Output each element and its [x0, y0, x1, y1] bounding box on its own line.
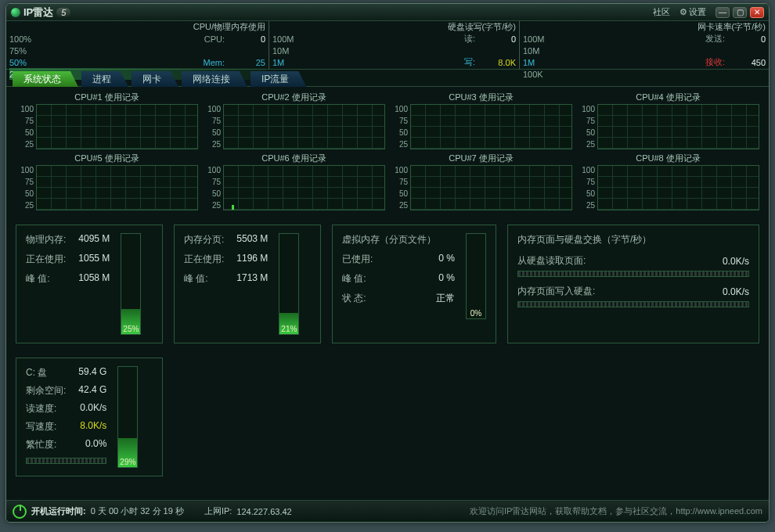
tab-net-connections[interactable]: 网络连接: [182, 71, 247, 87]
kv-value: 1055 M: [78, 253, 110, 266]
metric-cpu-mem: CPU/物理内存使用 100%CPU:0 75% 50%Mem:25 25%: [6, 21, 269, 69]
kv-value: 正常: [416, 292, 455, 305]
cpu-chart-title: CPU#2 使用记录: [203, 92, 385, 104]
kv-key: 读速度:: [26, 402, 66, 415]
kv-key: 峰 值:: [26, 272, 66, 286]
kv-key: 内存分页:: [184, 233, 224, 246]
cpu-chart-title: CPU#7 使用记录: [390, 153, 572, 165]
uptime-label: 开机运行时间:: [31, 505, 86, 517]
cpu-chart-title: CPU#1 使用记录: [16, 92, 198, 104]
cpu-yaxis: 100755025: [390, 165, 410, 210]
kv-value: 1713 M: [236, 272, 268, 286]
cpu-yaxis: 100755025: [203, 104, 223, 149]
ip-value: 124.227.63.42: [236, 507, 291, 516]
metric-nic: 网卡速率(字节/秒) 100M发送:0 10M 1M接收:450 100K: [520, 21, 769, 69]
cpu-chart-title: CPU#8 使用记录: [577, 153, 759, 165]
mini-progress: [26, 458, 106, 464]
kv-value: 0.0K/s: [723, 256, 749, 267]
metric-header: CPU/物理内存使用: [193, 21, 265, 33]
bar-pct: 25%: [121, 325, 140, 333]
cpu-chart-6: CPU#6 使用记录100755025: [203, 153, 385, 210]
app-version: 5: [56, 8, 70, 17]
kv-key: 繁忙度:: [26, 438, 66, 451]
close-button[interactable]: ✕: [750, 7, 764, 18]
statusbar: 开机运行时间: 0 天 00 小时 32 分 19 秒 上网IP: 124.22…: [6, 500, 769, 522]
cpu-plot: [410, 104, 572, 149]
cpu-chart-4: CPU#4 使用记录100755025: [577, 92, 759, 149]
metric-header: 硬盘读写(字节/秒): [448, 21, 516, 33]
cpu-chart-title: CPU#4 使用记录: [577, 92, 759, 104]
tab-system-status[interactable]: 系统状态: [13, 71, 78, 87]
kv-key: 已使用:: [342, 253, 394, 266]
titlebar: IP雷达 5 社区 ⚙设置 — ▢ ✕: [6, 4, 769, 21]
panel-page-swap: 内存页面与硬盘交换（字节/秒） 从硬盘读取页面:0.0K/s内存页面写入硬盘:0…: [507, 225, 759, 343]
cpu-plot: [36, 165, 198, 210]
kv-key: 物理内存:: [26, 233, 66, 246]
cpu-yaxis: 100755025: [203, 165, 223, 210]
tab-process[interactable]: 进程: [81, 71, 128, 87]
cpu-plot: [36, 104, 198, 149]
kv-value: 4095 M: [78, 233, 110, 246]
cpu-yaxis: 100755025: [16, 104, 36, 149]
bar-disk-c: 29%: [117, 366, 138, 468]
cpu-plot: [597, 104, 759, 149]
kv-key: 峰 值:: [184, 272, 224, 286]
kv-value: 0.0%: [78, 438, 106, 451]
cpu-plot: [223, 104, 385, 149]
kv-key: 正在使用:: [184, 253, 224, 266]
panel-virtual-memory: 虚拟内存（分页文件） 已使用:0 %峰 值:0 %状 态:正常 0%: [332, 225, 496, 343]
mini-progress: [517, 301, 749, 307]
panel-mem-paging: 内存分页:5503 M正在使用:1196 M峰 值:1713 M 21%: [174, 225, 321, 343]
cpu-plot: [597, 165, 759, 210]
cpu-plot: [223, 165, 385, 210]
cpu-chart-title: CPU#5 使用记录: [16, 153, 198, 165]
disk-panels-row: C: 盘59.4 G剩余空间:42.4 G读速度:0.0K/s写速度:8.0K/…: [16, 358, 759, 476]
bar-virtual-memory: 0%: [466, 233, 486, 319]
app-icon: [11, 8, 20, 17]
kv-value: 42.4 G: [78, 384, 106, 397]
kv-key: 内存页面写入硬盘:: [517, 285, 595, 298]
panel-title: 虚拟内存（分页文件）: [342, 233, 455, 246]
panel-title: 内存页面与硬盘交换（字节/秒）: [517, 233, 749, 246]
cpu-yaxis: 100755025: [16, 165, 36, 210]
gear-icon: ⚙: [679, 7, 687, 16]
kv-value: 1058 M: [78, 272, 110, 286]
kv-value: 0.0K/s: [78, 402, 106, 415]
metric-header: 网卡速率(字节/秒): [698, 21, 766, 33]
kv-key: 峰 值:: [342, 272, 394, 286]
bar-mem-paging: 21%: [279, 233, 299, 335]
tab-ip-traffic[interactable]: IP流量: [251, 71, 306, 87]
kv-value: 1196 M: [236, 253, 268, 266]
tab-nic[interactable]: 网卡: [132, 71, 178, 87]
uptime-value: 0 天 00 小时 32 分 19 秒: [91, 505, 184, 517]
ip-label: 上网IP:: [204, 505, 232, 517]
cpu-chart-2: CPU#2 使用记录100755025: [203, 92, 385, 149]
bar-pct: 21%: [279, 325, 298, 333]
status-welcome: 欢迎访问IP雷达网站，获取帮助文档，参与社区交流，http://www.ipne…: [470, 505, 762, 517]
settings-link[interactable]: ⚙设置: [679, 6, 706, 18]
panel-physical-memory: 物理内存:4095 M正在使用:1055 M峰 值:1058 M 25%: [16, 225, 163, 343]
maximize-button[interactable]: ▢: [733, 7, 747, 18]
kv-key: C: 盘: [26, 366, 66, 379]
power-icon: [13, 505, 27, 519]
cpu-yaxis: 100755025: [577, 165, 597, 210]
memory-panels-row: 物理内存:4095 M正在使用:1055 M峰 值:1058 M 25% 内存分…: [16, 225, 759, 343]
kv-key: 正在使用:: [26, 253, 66, 266]
bar-pct: 0%: [467, 309, 485, 318]
bar-physical-memory: 25%: [121, 233, 141, 335]
metric-disk: 硬盘读写(字节/秒) 100M读:0 10M 1M写:8.0K 100K: [269, 21, 520, 69]
kv-value: 0 %: [416, 253, 455, 266]
kv-value: 5503 M: [236, 233, 268, 246]
cpu-chart-8: CPU#8 使用记录100755025: [577, 153, 759, 210]
kv-value: 59.4 G: [78, 366, 106, 379]
minimize-button[interactable]: —: [716, 7, 730, 18]
cpu-chart-grid: CPU#1 使用记录100755025CPU#2 使用记录100755025CP…: [16, 92, 759, 210]
app-window: IP雷达 5 社区 ⚙设置 — ▢ ✕ CPU/物理内存使用 100%CPU:0…: [5, 3, 770, 523]
content: CPU#1 使用记录100755025CPU#2 使用记录100755025CP…: [6, 87, 769, 500]
kv-value: 0.0K/s: [723, 286, 749, 297]
kv-value: 8.0K/s: [78, 420, 106, 433]
community-link[interactable]: 社区: [653, 6, 670, 18]
kv-value: 0 %: [416, 272, 455, 286]
bar-pct: 29%: [118, 458, 137, 466]
cpu-chart-5: CPU#5 使用记录100755025: [16, 153, 198, 210]
